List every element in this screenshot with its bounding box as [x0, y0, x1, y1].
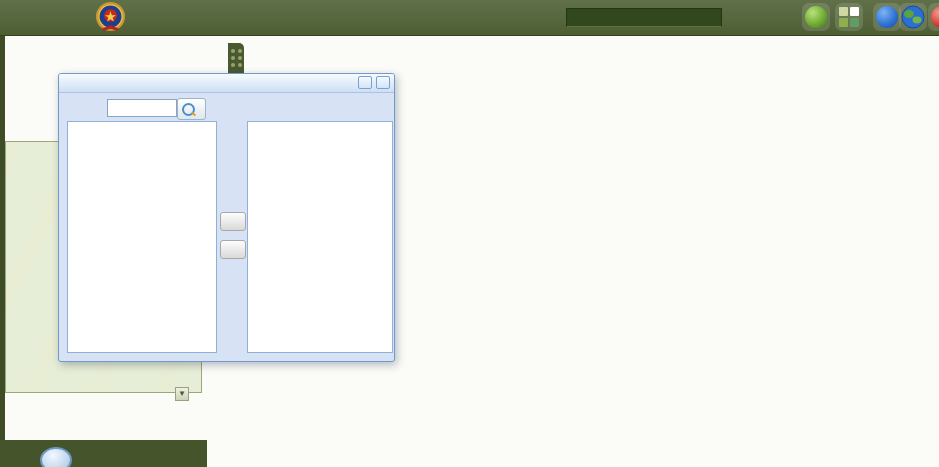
- query-button[interactable]: [177, 98, 206, 120]
- dialog-titlebar: [59, 74, 394, 93]
- layout-grid-button[interactable]: [835, 3, 863, 31]
- header-search-input[interactable]: [566, 8, 722, 27]
- shown-vehicles-panel: [247, 121, 393, 353]
- map-globe-icon: [901, 5, 925, 29]
- plate-number-input[interactable]: [107, 99, 177, 117]
- zoom-in-button[interactable]: [873, 3, 901, 31]
- police-badge-logo: [94, 1, 127, 34]
- move-left-button[interactable]: [220, 240, 246, 259]
- layout-grid-icon: [839, 7, 859, 27]
- map-globe-button[interactable]: [899, 3, 927, 31]
- hidden-vehicles-panel: [67, 121, 217, 353]
- refresh-globe-button[interactable]: [802, 3, 830, 31]
- move-right-button[interactable]: [220, 212, 246, 231]
- minimized-widget-icon[interactable]: [40, 447, 72, 467]
- dialog-collapse-button[interactable]: [358, 76, 372, 89]
- refresh-globe-icon: [805, 6, 827, 28]
- zoom-in-icon: [876, 6, 898, 28]
- header-bar: [0, 0, 939, 36]
- dialog-close-button[interactable]: [376, 76, 390, 89]
- magnifier-icon: [182, 103, 195, 116]
- sidebar-bottom-strip: [0, 440, 207, 467]
- app-root: ▼: [0, 0, 939, 467]
- tree-scroll-down-button[interactable]: ▼: [175, 387, 189, 401]
- vehicle-monitor-dialog: [58, 73, 395, 362]
- plate-search-row: [59, 96, 394, 120]
- alarm-button[interactable]: [928, 3, 939, 31]
- alarm-icon: [931, 6, 939, 28]
